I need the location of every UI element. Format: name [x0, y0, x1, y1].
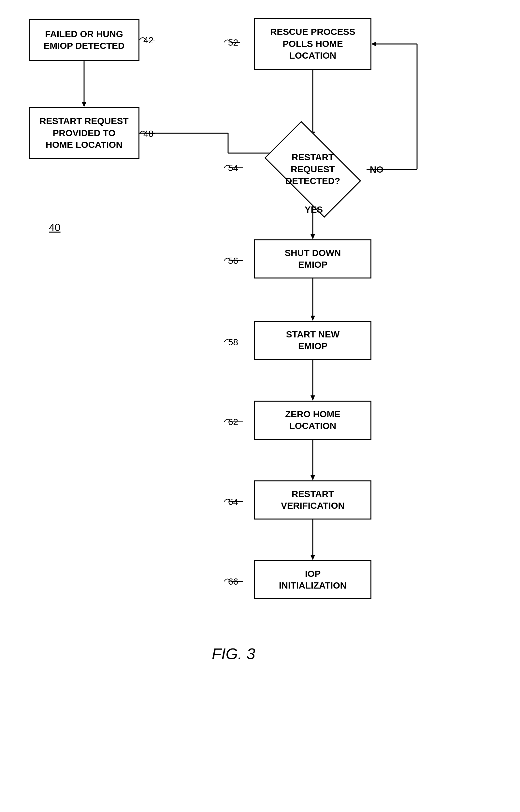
ref-64: 64	[228, 497, 238, 507]
box-failed-emiop: FAILED OR HUNGEMIOP DETECTED	[29, 19, 139, 61]
box-restart-request: RESTART REQUESTPROVIDED TOHOME LOCATION	[29, 107, 139, 159]
ref-62: 62	[228, 417, 238, 427]
svg-marker-11	[311, 316, 315, 321]
ref-54: 54	[228, 163, 238, 173]
diamond-restart-detected: RESTARTREQUESTDETECTED?	[259, 137, 367, 202]
diagram-container: FAILED OR HUNGEMIOP DETECTED 42 RESTART …	[0, 0, 520, 812]
svg-marker-13	[311, 396, 315, 401]
box-restart-verification: RESTARTVERIFICATION	[254, 481, 371, 519]
svg-marker-17	[311, 555, 315, 560]
ref-52: 52	[228, 37, 238, 48]
figure-label: FIG. 3	[212, 645, 255, 663]
ref-66: 66	[228, 576, 238, 587]
box-start-new-emiop: START NEWEMIOP	[254, 321, 371, 360]
svg-marker-1	[82, 102, 86, 107]
svg-marker-21	[371, 42, 376, 46]
box-zero-home: ZERO HOMELOCATION	[254, 401, 371, 440]
box-rescue: RESCUE PROCESSPOLLS HOMELOCATION	[254, 18, 371, 70]
box-shutdown-emiop: SHUT DOWNEMIOP	[254, 239, 371, 278]
svg-marker-9	[311, 234, 315, 239]
ref-48: 48	[144, 129, 153, 139]
svg-marker-15	[311, 475, 315, 481]
box-iop-initialization: IOPINITIALIZATION	[254, 560, 371, 599]
diagram-ref-label: 40	[49, 221, 60, 234]
no-label: NO	[370, 164, 384, 175]
ref-58: 58	[228, 337, 238, 348]
ref-42: 42	[144, 35, 153, 46]
yes-label: YES	[305, 205, 323, 215]
ref-56: 56	[228, 256, 238, 266]
